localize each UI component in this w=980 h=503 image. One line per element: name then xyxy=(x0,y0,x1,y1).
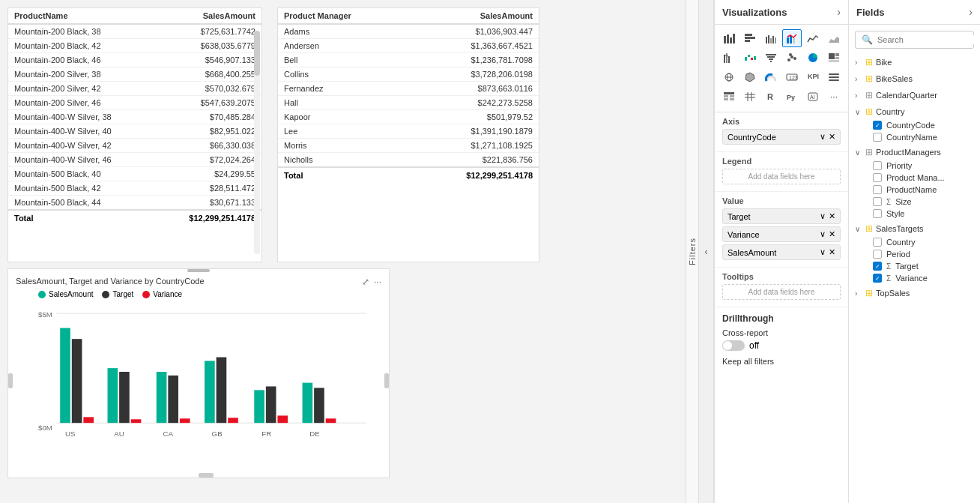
list-item[interactable]: CountryName xyxy=(870,131,974,143)
viz-icon-bar[interactable] xyxy=(719,29,739,47)
chevron-down-icon[interactable]: ∨ xyxy=(820,229,826,239)
viz-icon-pie[interactable] xyxy=(803,49,823,67)
field-group-name: CalendarQuarter xyxy=(876,91,937,100)
sigma-icon: Σ xyxy=(886,262,891,271)
viz-icon-python[interactable]: Py xyxy=(782,88,802,106)
field-items: PriorityProduct Mana...ProductNameΣSizeS… xyxy=(855,160,974,220)
field-group-header-bike[interactable]: › ⊞ Bike xyxy=(855,55,974,70)
viz-icon-filled-map[interactable] xyxy=(740,68,760,86)
svg-rect-6 xyxy=(745,34,752,36)
table-row: Mountain-400-W Silver, 38$70,485.284 xyxy=(8,110,261,124)
table-cell: Mountain-200 Silver, 42 xyxy=(8,82,156,96)
list-item[interactable]: ProductName xyxy=(870,184,974,196)
svg-rect-2 xyxy=(724,36,726,43)
field-checkbox[interactable] xyxy=(873,209,882,218)
field-group-header-topsales[interactable]: › ⊞ TopSales xyxy=(855,286,974,301)
toggle-switch[interactable]: off xyxy=(722,340,841,351)
table-cell: $1,271,108.1925 xyxy=(409,139,539,153)
field-group: › ⊞ Bike xyxy=(855,55,974,70)
viz-panel-arrow[interactable]: › xyxy=(837,6,841,18)
nav-arrow-left[interactable]: ‹ xyxy=(699,0,714,503)
viz-icon-ai[interactable]: AI xyxy=(803,88,823,106)
field-checkbox[interactable]: ✓ xyxy=(873,262,882,271)
fields-panel-header: Fields › xyxy=(849,0,980,25)
field-checkbox[interactable] xyxy=(873,161,882,170)
value-field-sales[interactable]: SalesAmount ∨ ✕ xyxy=(722,244,841,260)
field-checkbox[interactable]: ✓ xyxy=(873,121,882,130)
viz-icon-area[interactable] xyxy=(824,29,844,47)
toggle-track[interactable] xyxy=(722,340,745,351)
y-label-0m: $0M xyxy=(38,424,52,432)
bar-au-sales xyxy=(108,368,118,423)
viz-icon-r[interactable]: R xyxy=(761,88,781,106)
resize-bottom[interactable] xyxy=(199,473,214,478)
svg-text:AI: AI xyxy=(810,94,815,100)
table-icon: ⊞ xyxy=(865,223,873,234)
list-item[interactable]: ✓ΣVariance xyxy=(870,272,974,284)
viz-icon-matrix[interactable] xyxy=(740,88,760,106)
field-group-header-bikesales[interactable]: › ⊞ BikeSales xyxy=(855,71,974,86)
viz-icon-funnel[interactable] xyxy=(761,49,781,67)
value-field-target[interactable]: Target ∨ ✕ xyxy=(722,208,841,224)
viz-icon-waterfall[interactable] xyxy=(740,49,760,67)
viz-icon-slicer[interactable] xyxy=(824,68,844,86)
viz-icon-line[interactable] xyxy=(803,29,823,47)
viz-icon-table[interactable] xyxy=(719,88,739,106)
list-item[interactable]: ✓CountryCode xyxy=(870,119,974,131)
list-item[interactable]: Country xyxy=(870,236,974,248)
chevron-down-icon[interactable]: ∨ xyxy=(820,247,826,257)
value-field-variance[interactable]: Variance ∨ ✕ xyxy=(722,226,841,242)
viz-icon-bar-h[interactable] xyxy=(740,29,760,47)
resize-left[interactable] xyxy=(8,373,13,388)
field-group-header-calendarquarter[interactable]: › ⊞ CalendarQuarter xyxy=(855,88,974,103)
close-icon[interactable]: ✕ xyxy=(829,229,835,239)
field-checkbox[interactable] xyxy=(873,133,882,142)
table-row: Mountain-200 Black, 46$546,907.133 xyxy=(8,53,261,67)
search-input[interactable] xyxy=(877,35,980,44)
field-checkbox[interactable]: ✓ xyxy=(873,274,882,283)
chevron-down-icon[interactable]: ∨ xyxy=(820,211,826,221)
list-item[interactable]: Period xyxy=(870,248,974,260)
viz-icon-line-bar[interactable] xyxy=(782,29,802,47)
list-item[interactable]: ΣSize xyxy=(870,196,974,208)
bar-au-variance xyxy=(131,419,142,423)
bar-gb-sales xyxy=(205,361,215,423)
field-item-label: Country xyxy=(886,238,916,247)
field-checkbox[interactable] xyxy=(873,185,882,194)
viz-icon-gauge[interactable] xyxy=(761,68,781,86)
list-item[interactable]: ✓ΣTarget xyxy=(870,260,974,272)
field-checkbox[interactable] xyxy=(873,238,882,247)
viz-icon-clustered[interactable] xyxy=(761,29,781,47)
close-icon[interactable]: ✕ xyxy=(829,247,835,257)
close-icon[interactable]: ✕ xyxy=(829,132,835,142)
viz-icon-scatter[interactable] xyxy=(782,49,802,67)
filters-sidebar[interactable]: Filters xyxy=(686,0,699,503)
viz-icon-card[interactable]: 123 xyxy=(782,68,802,86)
expand-icon[interactable]: ⤢ xyxy=(362,277,369,287)
resize-right[interactable] xyxy=(384,373,389,388)
axis-field-chip[interactable]: CountryCode ∨ ✕ xyxy=(722,129,841,145)
viz-icon-kpi[interactable]: KPI xyxy=(803,68,823,86)
chevron-down-icon[interactable]: ∨ xyxy=(820,132,826,142)
viz-icon-more[interactable]: ··· xyxy=(824,88,844,106)
chart-drag-handle[interactable] xyxy=(187,269,210,272)
svg-rect-12 xyxy=(772,36,774,43)
fields-panel-close[interactable]: › xyxy=(969,6,973,18)
table1-visual: ProductName SalesAmount Mountain-200 Bla… xyxy=(7,7,262,262)
field-group-header-country[interactable]: ∨ ⊞ Country xyxy=(855,104,974,119)
svg-rect-46 xyxy=(829,79,839,81)
field-checkbox[interactable] xyxy=(873,197,882,206)
close-icon[interactable]: ✕ xyxy=(829,211,835,221)
viz-icon-map[interactable] xyxy=(719,68,739,86)
table1-scrollbar[interactable] xyxy=(254,31,260,254)
viz-icon-treemap[interactable] xyxy=(824,49,844,67)
list-item[interactable]: Product Mana... xyxy=(870,172,974,184)
list-item[interactable]: Priority xyxy=(870,160,974,172)
more-icon[interactable]: ··· xyxy=(374,277,381,287)
field-group-header-productmanagers[interactable]: ∨ ⊞ ProductManagers xyxy=(855,145,974,160)
field-checkbox[interactable] xyxy=(873,250,882,259)
viz-icon-ribbon[interactable] xyxy=(719,49,739,67)
list-item[interactable]: Style xyxy=(870,208,974,220)
field-checkbox[interactable] xyxy=(873,173,882,182)
field-group-header-salestargets[interactable]: ∨ ⊞ SalesTargets xyxy=(855,221,974,236)
